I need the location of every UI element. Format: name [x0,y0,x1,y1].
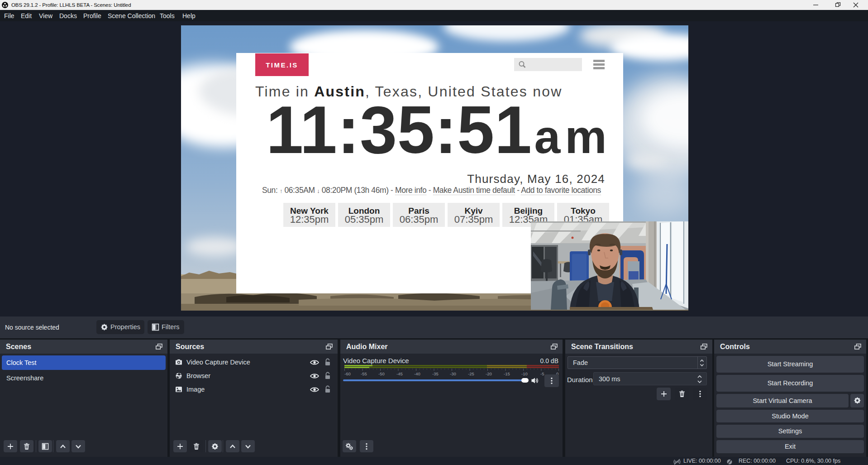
svg-text:-60: -60 [344,371,351,376]
svg-text:-30: -30 [450,371,456,376]
svg-text:-15: -15 [504,371,510,376]
svg-text:-35: -35 [432,371,439,376]
svg-text:-55: -55 [361,371,367,376]
svg-text:-10: -10 [521,371,528,376]
svg-text:-50: -50 [378,371,385,376]
svg-text:-40: -40 [414,371,420,376]
svg-text:-45: -45 [396,371,403,376]
svg-text:-20: -20 [486,371,492,376]
svg-text:-25: -25 [468,371,474,376]
svg-text:-5: -5 [540,371,544,376]
